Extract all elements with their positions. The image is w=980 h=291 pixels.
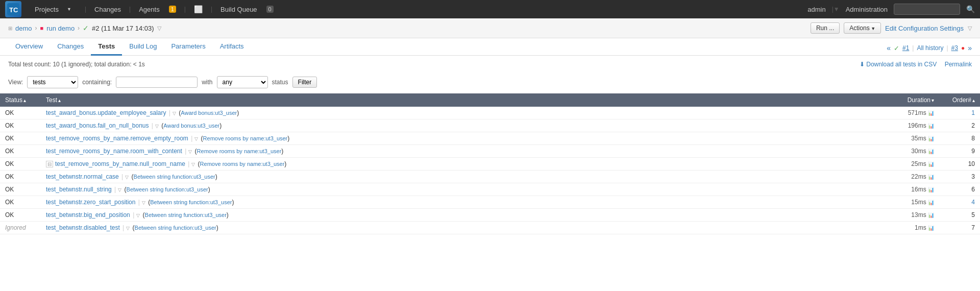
breadcrumb-config[interactable]: run demo [46, 25, 75, 32]
tab-tests[interactable]: Tests [91, 38, 122, 56]
admin-link[interactable]: Administration [846, 6, 888, 13]
test-name-link[interactable]: test_remove_rooms_by_name.remove_empty_r… [46, 135, 188, 142]
suite-link[interactable]: Between string function:ut3_user [145, 212, 227, 218]
all-history-link[interactable]: All history [917, 44, 943, 52]
tab-overview[interactable]: Overview [8, 38, 50, 56]
order-link[interactable]: 4 [971, 199, 975, 206]
nav-projects[interactable]: Projects ▼ [30, 0, 77, 18]
duration-graph-icon[interactable]: 📊 [928, 174, 934, 180]
grid-icon: ⊞ [8, 26, 12, 31]
duration-graph-icon[interactable]: 📊 [928, 225, 934, 231]
permalink-link[interactable]: Permalink [945, 61, 972, 68]
current-build-link[interactable]: #1 [902, 44, 909, 52]
test-dropdown-arrow[interactable]: ▽ [136, 213, 140, 218]
suite-link[interactable]: Between string function:ut3_user [135, 225, 216, 231]
nav-changes[interactable]: Changes [94, 6, 121, 13]
summary-right: ⬇ Download all tests in CSV Permalink [860, 61, 972, 68]
view-select[interactable]: tests suites all [27, 76, 78, 88]
suite-link[interactable]: Remove rooms by name:ut3_user [197, 148, 282, 154]
test-name-link[interactable]: test_award_bonus.update_employee_salary [46, 109, 166, 116]
window-icon: ⬜ [194, 5, 203, 13]
suite-close-paren: ) [219, 122, 222, 129]
history-prev-arrow[interactable]: « [887, 44, 891, 52]
test-pipe: | [120, 173, 123, 180]
breadcrumb-sep-2: › [78, 25, 80, 32]
suite-link[interactable]: Between string function:ut3_user [150, 199, 232, 205]
user-link[interactable]: admin [807, 6, 825, 13]
test-name-link[interactable]: test_remove_rooms_by_name.null_room_name [55, 160, 185, 167]
table-row: OKtest_award_bonus.update_employee_salar… [0, 107, 980, 119]
download-csv-link[interactable]: ⬇ Download all tests in CSV [860, 61, 937, 68]
table-row: OKtest_betwnstr.big_end_position |▽ (Bet… [0, 209, 980, 222]
history-next-arrow[interactable]: » [968, 44, 972, 52]
test-expand-icon[interactable]: ⊟ [46, 161, 53, 167]
edit-config-link[interactable]: Edit Configuration Settings [885, 25, 964, 32]
duration-graph-icon[interactable]: 📊 [928, 110, 934, 116]
suite-link[interactable]: Award bonus:ut3_user [163, 123, 219, 129]
test-name-link[interactable]: test_betwnstr.zero_start_position [46, 199, 135, 206]
suite-link[interactable]: Between string function:ut3_user [127, 186, 208, 192]
nav-sep-4: | [211, 6, 212, 13]
top-nav-right: admin |▼ Administration 🔍 [807, 4, 975, 15]
suite-link[interactable]: Between string function:ut3_user [134, 174, 215, 180]
order-cell: 2 [939, 119, 980, 132]
breadcrumb-dropdown-icon[interactable]: ▽ [157, 25, 161, 32]
col-test[interactable]: Test▴ [41, 93, 878, 107]
col-order[interactable]: Order#▴ [939, 93, 980, 107]
tab-changes[interactable]: Changes [50, 38, 91, 56]
breadcrumb-sep-1: › [35, 25, 37, 32]
test-name-link[interactable]: test_award_bonus.fail_on_null_bonus [46, 122, 149, 129]
test-dropdown-arrow[interactable]: ▽ [155, 124, 159, 129]
containing-input[interactable] [116, 77, 198, 88]
test-name-link[interactable]: test_betwnstr.disabled_test [46, 224, 120, 231]
test-pipe: | [186, 160, 189, 167]
tab-parameters[interactable]: Parameters [164, 38, 212, 56]
filter-button[interactable]: Filter [292, 77, 317, 88]
duration-graph-icon[interactable]: 📊 [928, 212, 934, 218]
total-count-text: Total test count: 10 (1 ignored); total … [8, 61, 145, 68]
duration-graph-icon[interactable]: 📊 [928, 136, 934, 141]
tab-artifacts[interactable]: Artifacts [213, 38, 251, 56]
suite-close-paren: ) [208, 186, 210, 193]
test-dropdown-arrow[interactable]: ▽ [118, 187, 121, 192]
breadcrumb-project[interactable]: demo [15, 25, 32, 32]
nav-build-queue[interactable]: Build Queue [220, 6, 257, 13]
run-button[interactable]: Run ... [811, 22, 840, 34]
order-cell: 4 [939, 196, 980, 209]
test-dropdown-arrow[interactable]: ▽ [125, 175, 129, 180]
global-search-input[interactable] [894, 4, 960, 15]
status-cell: OK [0, 196, 41, 209]
status-select[interactable]: any passed failed ignored [217, 76, 268, 88]
test-dropdown-arrow[interactable]: ▽ [142, 200, 145, 205]
suite-link[interactable]: Remove rooms by name:ut3_user [200, 161, 285, 167]
order-link[interactable]: 1 [971, 109, 975, 116]
col-duration[interactable]: Duration▾ [878, 93, 939, 107]
tab-buildlog[interactable]: Build Log [122, 38, 164, 56]
duration-graph-icon[interactable]: 📊 [928, 187, 934, 192]
test-dropdown-arrow[interactable]: ▽ [194, 136, 198, 141]
duration-graph-icon[interactable]: 📊 [928, 161, 934, 167]
build-passed-icon: ✓ [894, 44, 899, 52]
suite-close-paren: ) [215, 173, 217, 180]
suite-link[interactable]: Award bonus:ut3_user [181, 110, 237, 116]
nav-agents[interactable]: Agents [139, 6, 159, 13]
duration-graph-icon[interactable]: 📊 [928, 149, 934, 154]
test-dropdown-arrow[interactable]: ▽ [126, 226, 130, 231]
edit-dropdown-icon[interactable]: ▽ [968, 25, 972, 32]
col-status[interactable]: Status▴ [0, 93, 41, 107]
breadcrumb-bar: ⊞ demo › ■ run demo › ✓ #2 (11 Mar 17 14… [0, 18, 980, 38]
test-name-link[interactable]: test_betwnstr.big_end_position [46, 211, 130, 219]
next-build-link[interactable]: #3 [951, 44, 958, 52]
test-name-link[interactable]: test_betwnstr.null_string [46, 186, 112, 193]
duration-graph-icon[interactable]: 📊 [928, 200, 934, 205]
test-name-link[interactable]: test_betwnstr.normal_case [46, 173, 119, 180]
actions-button[interactable]: Actions [844, 22, 881, 34]
suite-close-paren: ) [287, 135, 289, 142]
duration-graph-icon[interactable]: 📊 [928, 123, 934, 129]
test-dropdown-arrow[interactable]: ▽ [188, 149, 192, 154]
search-icon[interactable]: 🔍 [966, 5, 975, 13]
test-name-link[interactable]: test_remove_rooms_by_name.room_with_cont… [46, 148, 182, 155]
test-dropdown-arrow[interactable]: ▽ [173, 111, 176, 116]
test-dropdown-arrow[interactable]: ▽ [191, 162, 195, 167]
suite-link[interactable]: Remove rooms by name:ut3_user [203, 135, 288, 141]
